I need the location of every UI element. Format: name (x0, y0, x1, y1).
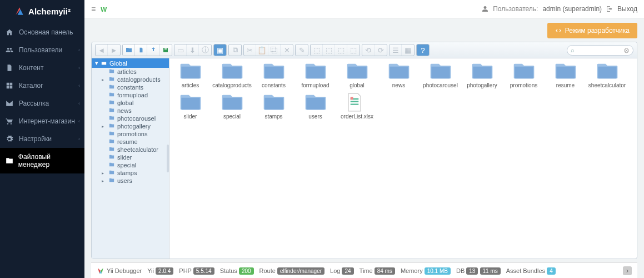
file-item[interactable]: sheetcalculator (586, 62, 628, 88)
clear-search-icon[interactable]: ⊗ (623, 46, 630, 54)
file-item[interactable]: news (378, 62, 420, 88)
file-item[interactable]: promotions (503, 62, 545, 88)
php-version-badge: 5.5.14 (193, 267, 214, 275)
tree-item[interactable]: articles (92, 68, 169, 76)
archive-button[interactable]: ⬚ (323, 44, 335, 56)
search-input[interactable] (575, 47, 623, 53)
tree-item-label: promotions (117, 131, 147, 137)
sidebar-item-label: Настройки (19, 135, 52, 143)
file-label: stamps (264, 113, 282, 120)
sidebar-item-content[interactable]: Контент‹ (0, 59, 84, 77)
user-name-link[interactable]: admin (superadmin) (542, 5, 602, 13)
tree-item[interactable]: ▸photogallery (92, 122, 169, 130)
folder-icon (108, 107, 115, 114)
w-button[interactable]: w (101, 4, 107, 13)
tree-item-label: slider (117, 154, 132, 161)
tree-item[interactable]: ▸users (92, 177, 169, 185)
delete-button[interactable]: ✕ (281, 44, 293, 56)
tree-item-label: formupload (117, 92, 148, 98)
file-item[interactable]: global (336, 62, 378, 88)
file-label: users (308, 113, 322, 120)
tree-item[interactable]: ▸stamps (92, 169, 169, 177)
extract-button[interactable]: ⬚ (311, 44, 323, 56)
tree-item-label: special (117, 162, 136, 168)
flip-button[interactable]: ⟳ (375, 44, 387, 56)
file-item[interactable]: resume (545, 62, 586, 88)
folder-icon (108, 162, 115, 168)
sidebar-item-settings[interactable]: Настройки‹ (0, 130, 84, 148)
tree-item[interactable]: photocarousel (92, 115, 169, 122)
search-icon: ⌕ (571, 47, 575, 53)
file-item[interactable]: catalogproducts (211, 62, 253, 88)
tree-item[interactable]: slider (92, 153, 169, 161)
resize-button[interactable]: ⬚ (335, 44, 347, 56)
file-item[interactable]: users (294, 93, 336, 120)
new-folder-button[interactable] (123, 44, 135, 56)
tree-item[interactable]: sheetcalculator (92, 146, 169, 153)
folder-icon (108, 177, 115, 184)
duplicate-button[interactable]: ⿻ (268, 44, 281, 56)
copy-button[interactable]: ⧉ (229, 44, 241, 56)
file-item[interactable]: special (211, 93, 253, 120)
tree-item[interactable]: promotions (92, 130, 169, 138)
tree-item[interactable]: special (92, 161, 169, 169)
sidebar-item-mailing[interactable]: Рассылка‹ (0, 95, 84, 112)
sidebar-item-dashboard[interactable]: Основная панель (0, 23, 84, 41)
brand-logo[interactable]: Alchemyii² (0, 0, 84, 23)
paste-button[interactable]: 📋 (256, 44, 268, 56)
chevron-right-icon: ▸ (102, 171, 106, 176)
tree-item[interactable]: news (92, 107, 169, 115)
tree-item[interactable]: constants (92, 83, 169, 91)
sidebar-item-shop[interactable]: Интернет-магазин‹ (0, 112, 84, 130)
sidebar-item-catalog[interactable]: Каталог‹ (0, 77, 84, 95)
forward-button[interactable]: ► (108, 44, 120, 56)
tree-item[interactable]: global (92, 99, 169, 107)
tree-root[interactable]: ▾ Global (92, 58, 169, 68)
users-icon (6, 46, 14, 54)
fm-files[interactable]: articlescatalogproductsconstantsformuplo… (169, 58, 637, 259)
debug-expand-button[interactable]: › (623, 266, 632, 275)
file-item[interactable]: articles (169, 62, 211, 88)
file-item[interactable]: orderList.xlsx (336, 93, 378, 120)
folder-icon (6, 157, 14, 165)
db-label: DB (456, 267, 465, 274)
upload-button[interactable] (147, 44, 159, 56)
rename-button[interactable]: ✎ (296, 44, 308, 56)
dev-mode-label: Режим разработчика (565, 27, 630, 34)
info-button[interactable]: ⓘ (199, 44, 211, 56)
file-item[interactable]: photogallery (461, 62, 503, 88)
view-list-button[interactable]: ☰ (390, 44, 402, 56)
download-button[interactable]: ⬇ (187, 44, 199, 56)
rotate-button[interactable]: ⟲ (362, 44, 375, 56)
back-button[interactable]: ◄ (96, 44, 108, 56)
chevron-down-icon: ▾ (95, 59, 98, 67)
view-icons-button[interactable]: ▦ (402, 44, 414, 56)
file-item[interactable]: slider (169, 93, 211, 120)
new-file-button[interactable] (135, 44, 147, 56)
file-label: formupload (301, 82, 329, 88)
tree-item[interactable]: formupload (92, 91, 169, 99)
crop-button[interactable]: ⬚ (347, 44, 360, 56)
tree-item[interactable]: ▸catalogproducts (92, 76, 169, 83)
file-item[interactable]: stamps (253, 93, 294, 120)
logout-link[interactable]: Выход (617, 5, 637, 13)
file-label: constants (262, 82, 286, 88)
file-item[interactable]: photocarousel (420, 62, 461, 88)
file-label: sheetcalculator (588, 82, 626, 88)
yii-debugger-logo[interactable]: Yii Debugger (97, 267, 142, 275)
menu-toggle-icon[interactable]: ≡ (91, 4, 95, 13)
help-button[interactable]: ? (417, 44, 429, 56)
tree-item[interactable]: resume (92, 138, 169, 146)
file-item[interactable]: formupload (294, 62, 336, 88)
cut-button[interactable]: ✂ (244, 44, 256, 56)
sidebar-item-filemanager[interactable]: Файловый менеджер (0, 148, 84, 173)
search-box[interactable]: ⌕ ⊗ (567, 45, 633, 56)
tree-resize-handle[interactable] (167, 145, 169, 172)
preview-button[interactable]: ▣ (214, 44, 226, 56)
save-button[interactable] (159, 44, 172, 56)
dev-mode-button[interactable]: Режим разработчика (547, 23, 637, 38)
sidebar-item-users[interactable]: Пользователи‹ (0, 41, 84, 59)
home-icon (6, 28, 14, 36)
file-item[interactable]: constants (253, 62, 294, 88)
open-button[interactable]: ▭ (174, 44, 187, 56)
